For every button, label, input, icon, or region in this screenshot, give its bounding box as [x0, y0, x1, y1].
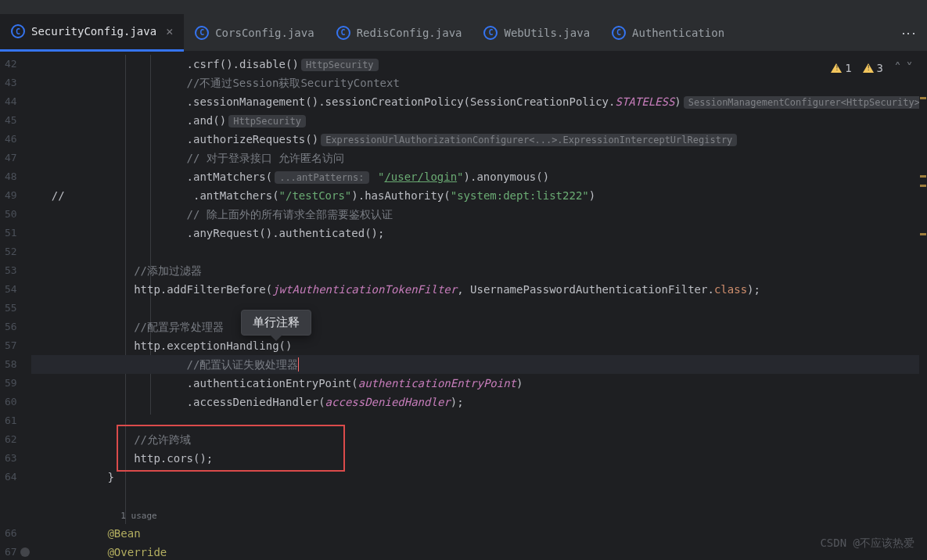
- tab-label: WebUtils.java: [504, 27, 590, 39]
- line-number: 61: [5, 411, 17, 430]
- code-line[interactable]: //不通过Session获取SecurityContext: [31, 74, 927, 92]
- editor-tab[interactable]: CWebUtils.java: [472, 14, 601, 52]
- line-number: [5, 486, 17, 505]
- line-number: 67: [5, 543, 17, 560]
- line-number: 48: [5, 167, 17, 186]
- line-number: [5, 505, 17, 524]
- line-number: 66: [5, 524, 17, 543]
- line-number: 56: [5, 318, 17, 336]
- class-icon: C: [11, 24, 25, 38]
- inlay-hint: ExpressionUrlAuthorizationConfigurer<...…: [321, 134, 737, 146]
- line-number: 60: [5, 393, 17, 411]
- line-number: 46: [5, 130, 17, 149]
- code-line[interactable]: http.exceptionHandling(): [31, 336, 927, 355]
- code-line[interactable]: .sessionManagement().sessionCreationPoli…: [31, 92, 927, 111]
- line-number: 58: [5, 355, 17, 374]
- line-number: 49: [5, 186, 17, 205]
- inlay-hint: SessionManagementConfigurer<HttpSecurity…: [684, 96, 925, 109]
- class-icon: C: [336, 26, 350, 40]
- more-icon[interactable]: ⋮: [901, 27, 918, 39]
- line-number: 62: [5, 430, 17, 449]
- line-number: 63: [5, 449, 17, 468]
- line-number: 47: [5, 149, 17, 167]
- code-line[interactable]: }: [31, 468, 927, 486]
- caret: [298, 357, 299, 372]
- code-line[interactable]: .anyRequest().authenticated();: [31, 224, 927, 242]
- tab-label: Authentication: [632, 27, 724, 39]
- close-icon[interactable]: ✕: [166, 24, 173, 38]
- code-line[interactable]: @Bean: [31, 524, 927, 543]
- code-line[interactable]: [31, 299, 927, 318]
- code-line[interactable]: //配置认证失败处理器: [31, 355, 927, 374]
- code-line[interactable]: //添加过滤器: [31, 261, 927, 280]
- code-line[interactable]: // .antMatchers("/testCors").hasAuthorit…: [31, 186, 927, 205]
- editor-tab[interactable]: CAuthentication: [601, 14, 735, 52]
- line-number: 53: [5, 261, 17, 280]
- class-icon: C: [483, 26, 498, 40]
- code-line[interactable]: 1 usage: [31, 505, 927, 524]
- editor-tab[interactable]: CCorsConfig.java: [184, 14, 325, 52]
- line-number: 54: [5, 280, 17, 299]
- code-line[interactable]: //配置异常处理器: [31, 318, 927, 336]
- inspections-widget[interactable]: 1 3 ˄˅: [831, 59, 913, 76]
- line-number: 42: [5, 55, 17, 74]
- weak-warning-icon[interactable]: 1: [831, 62, 851, 74]
- editor-tabs: CSecurityConfig.java✕CCorsConfig.javaCRe…: [0, 14, 927, 52]
- error-stripe[interactable]: [919, 52, 927, 560]
- next-highlight-icon[interactable]: ˅: [906, 59, 913, 76]
- line-number: 57: [5, 336, 17, 355]
- code-line[interactable]: @Override: [31, 543, 927, 560]
- line-number: 64: [5, 468, 17, 486]
- code-line[interactable]: .antMatchers(...antPatterns: "/user/logi…: [31, 167, 927, 186]
- code-line[interactable]: .and()HttpSecurity: [31, 111, 927, 130]
- class-icon: C: [195, 26, 209, 40]
- code-line[interactable]: [31, 486, 927, 505]
- line-number: 44: [5, 92, 17, 111]
- code-editor[interactable]: 4243444546474849505152535455565758596061…: [0, 52, 927, 560]
- line-number: 50: [5, 205, 17, 224]
- prev-highlight-icon[interactable]: ˄: [894, 59, 901, 76]
- code-line[interactable]: [31, 242, 927, 261]
- line-number: 43: [5, 74, 17, 92]
- code-line[interactable]: // 除上面外的所有请求全部需要鉴权认证: [31, 205, 927, 224]
- watermark: CSDN @不应该热爱: [820, 537, 914, 551]
- tab-label: SecurityConfig.java: [31, 25, 156, 38]
- code-line[interactable]: [31, 411, 927, 430]
- code-line[interactable]: .csrf().disable()HttpSecurity: [31, 55, 927, 74]
- tab-label: CorsConfig.java: [215, 27, 314, 39]
- code-line[interactable]: http.addFilterBefore(jwtAuthenticationTo…: [31, 280, 927, 299]
- line-gutter: 4243444546474849505152535455565758596061…: [0, 52, 31, 560]
- inlay-hint: HttpSecurity: [228, 115, 306, 127]
- code-line[interactable]: // 对于登录接口 允许匿名访问: [31, 149, 927, 167]
- warning-icon[interactable]: 3: [863, 62, 883, 74]
- line-number: 59: [5, 374, 17, 393]
- code-area[interactable]: .csrf().disable()HttpSecurity //不通过Sessi…: [31, 52, 927, 560]
- code-line[interactable]: .authorizeRequests()ExpressionUrlAuthori…: [31, 130, 927, 149]
- editor-tab[interactable]: CRedisConfig.java: [325, 14, 473, 52]
- code-line[interactable]: .authenticationEntryPoint(authentication…: [31, 374, 927, 393]
- inlay-hint: HttpSecurity: [301, 59, 379, 71]
- line-number: 45: [5, 111, 17, 130]
- line-number: 52: [5, 242, 17, 261]
- line-number: 51: [5, 224, 17, 242]
- editor-tab[interactable]: CSecurityConfig.java✕: [0, 14, 184, 52]
- tab-label: RedisConfig.java: [357, 27, 462, 39]
- inlay-hint: ...antPatterns:: [275, 171, 368, 184]
- code-line[interactable]: http.cors();: [31, 449, 927, 468]
- code-line[interactable]: //允许跨域: [31, 430, 927, 449]
- menu-bar: [0, 0, 927, 14]
- line-number: 55: [5, 299, 17, 318]
- gutter-icon[interactable]: [20, 547, 30, 557]
- tooltip: 单行注释: [241, 310, 311, 336]
- class-icon: C: [612, 26, 626, 40]
- code-line[interactable]: .accessDeniedHandler(accessDeniedHandler…: [31, 393, 927, 411]
